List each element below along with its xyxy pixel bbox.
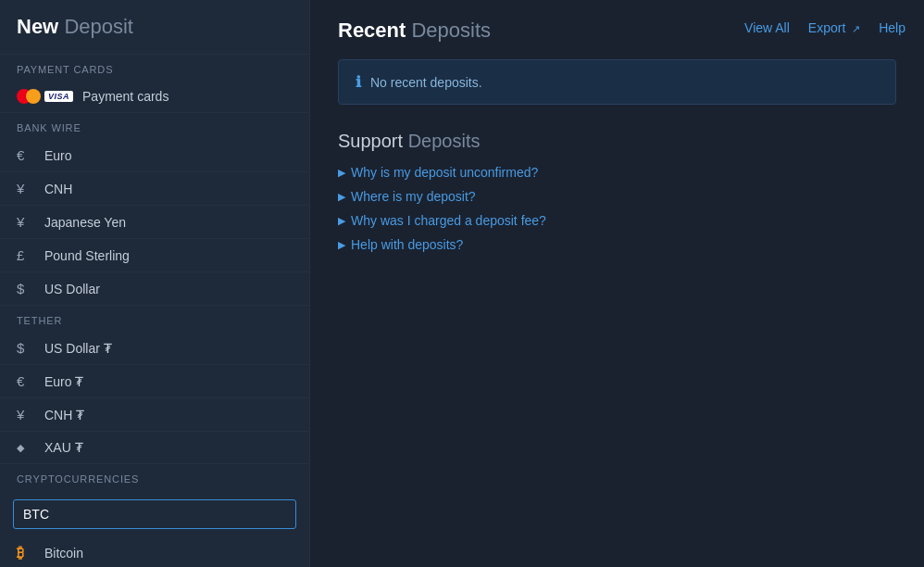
export-link[interactable]: Export ↗ [808,20,860,35]
list-item-cnh-tether[interactable]: ¥ CNH ₮ [0,398,309,432]
list-item-usd[interactable]: $ US Dollar [0,272,309,306]
cnh-icon: ¥ [17,181,44,196]
list-item-jpy[interactable]: ¥ Japanese Yen [0,206,309,239]
left-panel: New Deposit PAYMENT CARDS VISA Payment c… [0,0,310,567]
support-label: Support [338,131,403,151]
title-new: New [17,15,58,38]
list-item-xau-tether[interactable]: ◆ XAU ₮ [0,432,309,464]
usd-label: US Dollar [44,282,293,296]
mastercard-icon [17,89,41,104]
usd-tether-label: US Dollar ₮ [44,341,293,356]
export-external-icon: ↗ [852,23,860,34]
cnh-tether-label: CNH ₮ [44,408,293,422]
title-recent: Recent [338,19,406,42]
section-label-bank-wire: BANK WIRE [0,113,309,139]
support-link-label-3: Help with deposits? [351,237,463,252]
xau-tether-icon: ◆ [17,442,44,454]
crypto-search-container [13,499,296,529]
no-deposits-box: ℹ No recent deposits. [338,59,896,105]
support-link-label-2: Why was I charged a deposit fee? [351,213,546,228]
support-link-1[interactable]: ▶ Where is my deposit? [338,189,896,204]
title-deposit: Deposit [64,15,133,38]
section-label-tether: TETHER [0,306,309,332]
mc-right-circle [26,89,41,104]
right-panel: View All Export ↗ Help Recent Deposits ℹ… [310,0,924,567]
arrow-icon-2: ▶ [338,215,345,227]
list-item-bitcoin[interactable]: ₿ Bitcoin [0,536,309,567]
no-deposits-message: No recent deposits. [370,75,482,90]
xau-tether-label: XAU ₮ [44,440,293,455]
cnh-tether-icon: ¥ [17,407,44,422]
bitcoin-label: Bitcoin [44,546,293,561]
section-label-payment-cards: PAYMENT CARDS [0,55,309,81]
cnh-label: CNH [44,182,293,196]
card-icons: VISA [17,89,73,104]
list-item-eur-tether[interactable]: € Euro ₮ [0,365,309,398]
support-deposits-label: Deposits [408,131,481,151]
support-links-container: ▶ Why is my deposit unconfirmed? ▶ Where… [338,165,896,252]
euro-label: Euro [44,148,293,163]
info-icon: ℹ [356,73,361,91]
list-item-euro[interactable]: € Euro [0,139,309,172]
jpy-icon: ¥ [17,214,44,230]
list-item-cnh[interactable]: ¥ CNH [0,172,309,206]
jpy-label: Japanese Yen [44,215,293,230]
arrow-icon-1: ▶ [338,191,345,203]
list-item-usd-tether[interactable]: $ US Dollar ₮ [0,332,309,365]
usd-tether-icon: $ [17,340,44,356]
list-item-payment-cards[interactable]: VISA Payment cards [0,81,309,113]
support-link-2[interactable]: ▶ Why was I charged a deposit fee? [338,213,896,228]
arrow-icon-3: ▶ [338,239,345,251]
eur-tether-label: Euro ₮ [44,374,293,389]
payment-cards-label: Payment cards [82,89,293,104]
crypto-search-input[interactable] [13,499,296,529]
visa-icon: VISA [44,91,73,102]
gbp-icon: £ [17,247,44,263]
page-title: New Deposit [0,0,309,55]
arrow-icon-0: ▶ [338,167,345,179]
bitcoin-icon: ₿ [17,545,44,561]
support-link-label-0: Why is my deposit unconfirmed? [351,165,538,180]
support-link-label-1: Where is my deposit? [351,189,476,204]
top-bar-actions: View All Export ↗ Help [744,20,905,35]
eur-tether-icon: € [17,373,44,389]
usd-icon: $ [17,281,44,296]
support-link-3[interactable]: ▶ Help with deposits? [338,237,896,252]
euro-icon: € [17,147,44,163]
support-title: Support Deposits [338,131,896,152]
support-link-0[interactable]: ▶ Why is my deposit unconfirmed? [338,165,896,180]
view-all-link[interactable]: View All [744,20,790,35]
list-item-gbp[interactable]: £ Pound Sterling [0,239,309,272]
title-deposits: Deposits [411,19,491,42]
help-link[interactable]: Help [879,20,905,35]
gbp-label: Pound Sterling [44,248,293,263]
section-label-crypto: CRYPTOCURRENCIES [0,464,309,490]
